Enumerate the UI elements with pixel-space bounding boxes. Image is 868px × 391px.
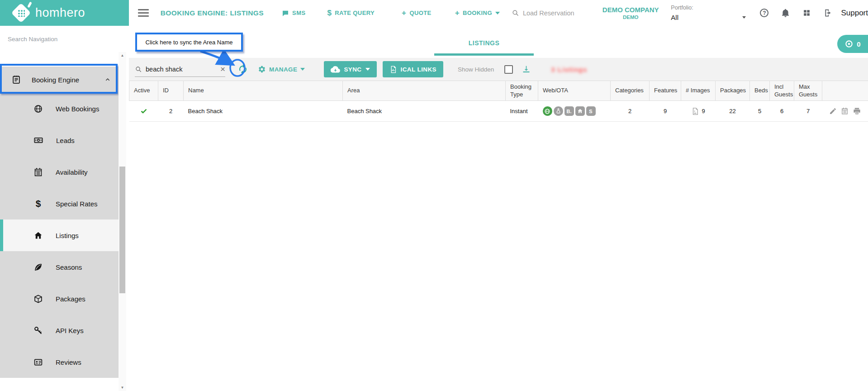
load-reservation-input[interactable]: [523, 10, 582, 17]
help-button[interactable]: ?: [760, 9, 768, 17]
stayz-channel-icon[interactable]: S: [586, 106, 596, 116]
notifications-button[interactable]: [781, 8, 790, 18]
chevron-down-icon: [365, 68, 370, 71]
booking-com-channel-icon[interactable]: B.: [564, 106, 574, 116]
portfolio-select[interactable]: Portfolio: All: [671, 5, 748, 21]
refresh-icon: [237, 64, 248, 75]
page-title: BOOKING ENGINE: LISTINGS: [161, 9, 264, 17]
table-header-row: Active ID Name Area Booking Type Web/OTA…: [129, 81, 868, 101]
sidebar-item-special-rates[interactable]: $ Special Rates: [0, 188, 119, 219]
sidebar-item-api-keys[interactable]: API Keys: [0, 315, 119, 346]
chevron-down-icon: [495, 12, 500, 14]
cloud-download-icon: [331, 65, 340, 74]
leaf-icon: [33, 262, 43, 272]
sidebar: homhero Search Navigation Booking Engine…: [0, 0, 129, 391]
annotation-tooltip: Click here to sync the Area Name: [135, 33, 243, 52]
homeaway-channel-icon[interactable]: [575, 106, 585, 116]
sidebar-item-web-bookings[interactable]: Web Bookings: [0, 93, 119, 124]
sidebar-item-label: Seasons: [56, 263, 82, 271]
plus-icon: +: [402, 9, 406, 18]
manage-dropdown[interactable]: MANAGE: [258, 65, 305, 73]
tab-bar: Click here to sync the Area Name LISTING…: [129, 26, 868, 58]
sidebar-search-input[interactable]: Search Navigation: [0, 26, 129, 52]
gear-icon: [258, 65, 266, 73]
cell-images: 9: [681, 101, 716, 122]
logout-button[interactable]: [823, 8, 833, 18]
company-subname: DEMO: [597, 14, 664, 20]
menu-rate-query[interactable]: $ RATE QUERY: [327, 9, 375, 18]
airbnb-channel-icon[interactable]: [554, 106, 563, 116]
support-link[interactable]: Support: [841, 9, 868, 18]
search-icon: [135, 66, 142, 73]
house-icon: [577, 108, 583, 114]
image-file-icon: [691, 107, 699, 115]
top-header: BOOKING ENGINE: LISTINGS SMS $ RATE QUER…: [129, 0, 868, 26]
scroll-up-icon[interactable]: ▲: [119, 53, 126, 57]
hamburger-menu-icon[interactable]: [138, 7, 149, 19]
sync-button[interactable]: SYNC: [324, 61, 376, 77]
apps-grid-button[interactable]: [802, 9, 811, 17]
listings-search[interactable]: ×: [135, 62, 225, 77]
load-reservation-search[interactable]: [512, 9, 588, 17]
sidebar-item-availability[interactable]: Availability: [0, 156, 119, 188]
ical-links-button[interactable]: ICAL LINKS: [383, 61, 444, 77]
sidebar-item-leads[interactable]: Leads: [0, 124, 119, 156]
logo-text: homhero: [35, 6, 85, 20]
portfolio-label: Portfolio:: [671, 5, 748, 11]
menu-booking[interactable]: + BOOKING: [455, 9, 500, 18]
sidebar-item-booking-engine[interactable]: Booking Engine: [0, 67, 119, 93]
notebook-icon: [11, 75, 21, 85]
col-max-guests: Max Guests: [794, 81, 822, 101]
table-row[interactable]: 2 Beach Shack Beach Shack Instant B.: [129, 101, 868, 122]
logo[interactable]: homhero: [0, 0, 129, 26]
col-beds: Beds: [750, 81, 770, 101]
col-id: ID: [158, 81, 184, 101]
web-channel-icon[interactable]: [543, 106, 552, 116]
cell-categories: 2: [611, 101, 650, 122]
menu-quote[interactable]: + QUOTE: [402, 9, 432, 18]
globe-icon: [544, 108, 550, 114]
menu-sms[interactable]: SMS: [282, 10, 305, 17]
download-button[interactable]: [522, 65, 531, 74]
cell-name: Beach Shack: [184, 101, 343, 122]
dollar-icon: $: [327, 9, 332, 18]
counter-badge[interactable]: 0: [837, 35, 868, 53]
show-hidden-label: Show Hidden: [458, 66, 494, 73]
listings-table: Active ID Name Area Booking Type Web/OTA…: [129, 81, 868, 122]
scrollbar-thumb[interactable]: [119, 167, 125, 293]
col-actions: [822, 81, 868, 101]
edit-icon[interactable]: [829, 107, 837, 115]
sidebar-item-listings[interactable]: Listings: [0, 219, 119, 251]
chat-icon: [282, 10, 289, 17]
tab-active-indicator: [434, 53, 534, 56]
tab-listings[interactable]: LISTINGS: [434, 39, 534, 47]
listings-search-input[interactable]: [146, 66, 217, 73]
scroll-down-icon[interactable]: ▼: [119, 386, 126, 390]
sync-area-name-button[interactable]: [235, 62, 251, 77]
col-name: Name: [184, 81, 343, 101]
sidebar-item-seasons[interactable]: Seasons: [0, 251, 119, 283]
col-area: Area: [343, 81, 506, 101]
sidebar-item-label: Leads: [56, 137, 75, 144]
globe-icon: [33, 104, 43, 114]
col-web-ota: Web/OTA: [538, 81, 611, 101]
calendar-icon[interactable]: [841, 107, 849, 115]
sidebar-nav: Booking Engine Web Bookings Leads Availa…: [0, 67, 119, 378]
package-icon: [33, 294, 43, 304]
sidebar-item-label: Reviews: [56, 358, 81, 366]
company-name-block: DEMO COMPANY DEMO: [597, 6, 664, 20]
chevron-down-icon: [300, 68, 305, 71]
help-icon: ?: [760, 9, 768, 17]
print-icon[interactable]: [853, 107, 861, 115]
cell-web-ota: B. S: [538, 101, 611, 122]
grid-icon: [802, 9, 811, 17]
sidebar-item-reviews[interactable]: Reviews: [0, 346, 119, 378]
sidebar-item-packages[interactable]: Packages: [0, 283, 119, 315]
col-images: # Images: [681, 81, 716, 101]
banknote-icon: [33, 135, 43, 145]
show-hidden-checkbox[interactable]: [504, 65, 513, 74]
clear-search-icon[interactable]: ×: [220, 65, 225, 73]
cell-area: Beach Shack: [343, 101, 506, 122]
sidebar-scrollbar[interactable]: ▲ ▼: [119, 52, 126, 391]
cell-max-guests: 7: [794, 101, 822, 122]
